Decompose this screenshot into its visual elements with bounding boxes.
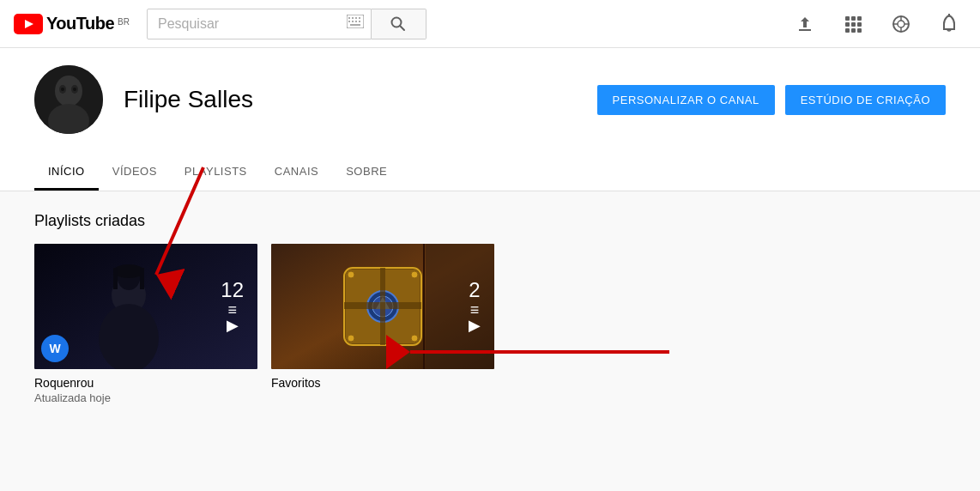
svg-rect-14 [799,29,811,31]
svg-rect-19 [851,22,856,27]
main-content: Playlists criadas [0,191,980,425]
playlist-subtitle-roquenrou: Atualizada hoje [34,391,257,404]
svg-rect-21 [845,28,850,33]
logo-link[interactable]: YouTube BR [14,14,130,34]
svg-rect-17 [857,16,862,21]
svg-point-57 [348,335,354,342]
channel-buttons: PERSONALIZAR O CANAL ESTÚDIO DE CRIAÇÃO [597,85,946,115]
thumbnail-game-bg [271,244,494,369]
playlist-count-roquenrou: 12 ≡▶ [221,280,244,333]
search-input[interactable] [148,9,340,39]
svg-point-43 [113,264,144,278]
keyboard-icon [347,15,364,28]
keyboard-icon-button[interactable] [340,15,371,33]
svg-line-13 [400,26,404,30]
search-button[interactable] [372,9,426,39]
customize-channel-button[interactable]: PERSONALIZAR O CANAL [597,85,775,115]
playlist-thumbnail-roquenrou: 12 ≡▶ W [34,244,257,369]
avatar-image [34,65,103,134]
svg-rect-20 [857,22,862,27]
svg-point-37 [73,88,76,91]
messages-button[interactable] [884,7,918,41]
svg-point-32 [55,76,82,106]
playlist-count-favoritos: 2 ≡▶ [469,280,481,333]
studio-button[interactable]: ESTÚDIO DE CRIAÇÃO [785,85,946,115]
svg-point-36 [61,88,64,91]
svg-rect-23 [857,28,862,33]
channel-nav: INÍCIO VÍDEOS PLAYLISTS CANAIS SOBRE [34,155,946,191]
svg-rect-44 [113,268,118,289]
svg-rect-7 [348,21,350,22]
svg-rect-6 [359,17,360,19]
playlist-item-favoritos[interactable]: 2 ≡▶ Favoritos [271,244,494,404]
youtube-region: BR [118,17,130,27]
header: YouTube BR [0,0,980,48]
svg-rect-3 [348,17,350,19]
channel-name: Filipe Salles [124,86,253,113]
header-actions [788,7,966,41]
tab-videos[interactable]: VÍDEOS [99,155,171,191]
playlist-item-roquenrou[interactable]: 12 ≡▶ W Roquenrou Atualizada hoje [34,244,257,404]
playlist-title-roquenrou: Roquenrou [34,376,257,390]
upload-icon [795,14,815,34]
svg-rect-18 [845,22,850,27]
channel-info: Filipe Salles PERSONALIZAR O CANAL ESTÚD… [34,65,946,148]
svg-rect-5 [355,17,357,19]
playlists-grid: 12 ≡▶ W Roquenrou Atualizada hoje [34,244,946,404]
svg-rect-54 [380,268,385,345]
svg-rect-22 [851,28,856,33]
svg-point-25 [898,21,904,27]
svg-rect-10 [359,21,360,22]
bell-icon [940,14,959,34]
svg-rect-45 [140,268,144,289]
svg-point-58 [411,335,418,342]
youtube-logo-icon [14,14,43,34]
section-title: Playlists criadas [34,212,946,230]
channel-header: Filipe Salles PERSONALIZAR O CANAL ESTÚD… [0,48,980,191]
search-icon [390,16,406,32]
playlist-badge-roquenrou: W [41,335,69,362]
tab-playlists[interactable]: PLAYLISTS [171,155,261,191]
favoritos-thumbnail-art [271,244,494,369]
svg-rect-16 [851,16,856,21]
tab-inicio[interactable]: INÍCIO [34,155,99,191]
svg-rect-15 [845,16,850,21]
svg-rect-8 [352,21,354,22]
channel-avatar [34,65,103,134]
tab-sobre[interactable]: SOBRE [332,155,401,191]
upload-button[interactable] [788,7,822,41]
tab-canais[interactable]: CANAIS [261,155,332,191]
svg-rect-11 [350,24,360,26]
playlist-title-favoritos: Favoritos [271,376,494,390]
youtube-wordmark: YouTube [46,14,114,33]
svg-rect-9 [355,21,357,22]
svg-rect-4 [352,17,354,19]
messages-icon [891,14,911,34]
apps-button[interactable] [836,7,870,41]
search-bar [147,9,372,39]
svg-point-55 [348,271,354,278]
svg-rect-59 [426,244,494,369]
apps-icon [844,15,862,33]
svg-point-56 [411,271,418,278]
playlist-thumbnail-favoritos: 2 ≡▶ [271,244,494,369]
bell-button[interactable] [932,7,966,41]
